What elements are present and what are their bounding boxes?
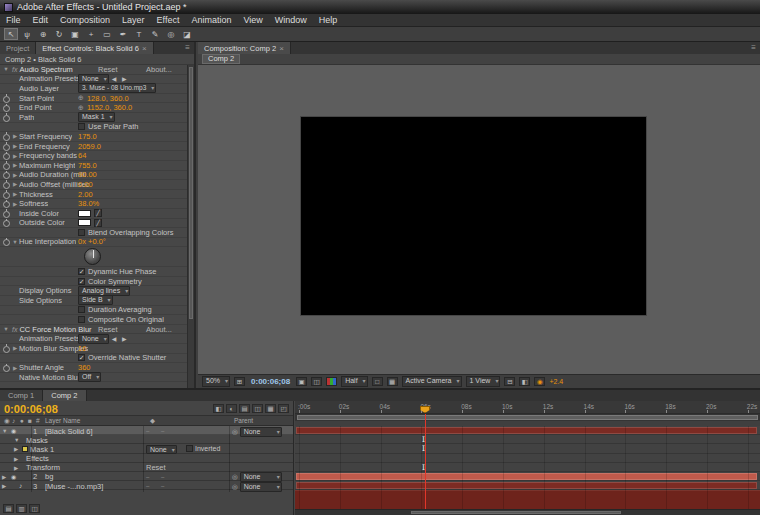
stopwatch-icon[interactable]	[2, 113, 11, 122]
stopwatch-icon[interactable]	[2, 199, 11, 208]
camera-select[interactable]: Active Camera	[402, 376, 462, 387]
animation-presets-select[interactable]: None	[78, 74, 109, 84]
clone-stamp-tool-icon[interactable]: ◎	[164, 28, 178, 40]
pickwhip-icon[interactable]: ◎	[232, 483, 238, 491]
menu-view[interactable]: View	[237, 15, 268, 25]
frame-blending-icon[interactable]: ▦	[265, 404, 276, 413]
audio-column-icon[interactable]: ♪	[12, 417, 15, 424]
stopwatch-icon[interactable]	[2, 344, 11, 353]
hide-shy-layers-icon[interactable]: ◫	[252, 404, 263, 413]
transparency-grid-icon[interactable]: ▦	[387, 377, 398, 386]
stopwatch-icon[interactable]	[2, 170, 11, 179]
hue-interpolation-value[interactable]: 0x +0.0°	[78, 237, 106, 246]
stopwatch-icon[interactable]	[2, 132, 11, 141]
composition-mini-flowchart-icon[interactable]: ◧	[213, 404, 224, 413]
crosshair-icon[interactable]: ⊕	[78, 104, 84, 112]
twirl-icon[interactable]: ▶	[11, 133, 19, 139]
layer-row[interactable]: ▼◉1[Black Solid 6]– –◎None	[0, 426, 293, 435]
twirl-icon[interactable]: ▶	[11, 201, 19, 207]
layer-duration-bar[interactable]	[296, 427, 757, 434]
tab-composition-comp-2[interactable]: Composition: Comp 2 ×	[198, 42, 291, 54]
layer-switches[interactable]: – –	[146, 483, 169, 489]
twirl-icon[interactable]: ▶	[11, 162, 19, 168]
frequency-bands-value[interactable]: 64	[78, 151, 86, 160]
timeline-lane[interactable]	[295, 481, 760, 490]
color-symmetry-checkbox[interactable]: ✓	[78, 278, 85, 285]
expand-toggle[interactable]: ▶	[2, 474, 6, 480]
pen-tool-icon[interactable]: ✒	[116, 28, 130, 40]
fast-previews-icon[interactable]: ◧	[519, 377, 530, 386]
reset-link[interactable]: Reset	[98, 65, 118, 74]
crosshair-icon[interactable]: ⊕	[78, 94, 84, 102]
region-of-interest-icon[interactable]: □	[372, 377, 383, 386]
scrollbar-thumb[interactable]	[411, 511, 620, 514]
twirl-icon[interactable]: ▶	[11, 345, 19, 351]
about-link[interactable]: About...	[146, 325, 172, 334]
stopwatch-icon[interactable]	[2, 103, 11, 112]
stopwatch-icon[interactable]	[2, 161, 11, 170]
parent-select[interactable]: None	[240, 482, 282, 492]
lock-column-icon[interactable]: ■	[28, 417, 32, 424]
work-area-bar[interactable]	[297, 415, 758, 420]
layer-duration-bar[interactable]	[296, 482, 757, 489]
property-outline-row[interactable]: ▶Mask 1NoneInverted	[0, 444, 293, 453]
tab-comp-1[interactable]: Comp 1	[0, 390, 43, 401]
layer-duration-bar[interactable]	[296, 473, 757, 480]
stopwatch-icon[interactable]	[2, 190, 11, 199]
expand-toggle[interactable]: ▼	[14, 437, 19, 443]
timeline-ruler[interactable]: :00s02s04s06s08s10s12s14s16s18s20s22s	[295, 401, 760, 414]
work-area-track[interactable]	[295, 414, 760, 421]
menu-layer[interactable]: Layer	[116, 15, 151, 25]
stopwatch-icon[interactable]	[2, 237, 11, 246]
timeline-lane[interactable]: I	[295, 444, 760, 453]
stopwatch-icon[interactable]	[2, 142, 11, 151]
menu-effect[interactable]: Effect	[151, 15, 186, 25]
mask-mode-select[interactable]: None	[146, 445, 177, 454]
audio-icon[interactable]: ♪	[19, 482, 22, 489]
close-icon[interactable]: ×	[279, 44, 284, 53]
stopwatch-icon[interactable]	[2, 363, 11, 372]
timeline-lane[interactable]: I	[295, 435, 760, 444]
timeline-lane[interactable]: I	[295, 463, 760, 472]
path-select[interactable]: Mask 1	[78, 112, 115, 122]
blend-overlapping-colors-checkbox[interactable]	[78, 229, 85, 236]
twirl-icon[interactable]: ▶	[11, 365, 19, 371]
shutter-angle-value[interactable]: 360	[78, 363, 91, 372]
expand-toggle[interactable]: ▶	[14, 446, 18, 452]
expand-toggle[interactable]: ▶	[2, 483, 6, 489]
rotate-tool-icon[interactable]: ↻	[52, 28, 66, 40]
duration-averaging-checkbox[interactable]	[78, 306, 85, 313]
show-snapshot-icon[interactable]: ◫	[311, 377, 322, 386]
live-update-icon[interactable]: ◐	[226, 404, 237, 413]
menu-help[interactable]: Help	[313, 15, 344, 25]
twirl-icon[interactable]: ▶	[11, 191, 19, 197]
visibility-icon[interactable]: ◉	[11, 473, 16, 480]
audio-duration-milli-value[interactable]: 90.00	[78, 170, 97, 179]
dynamic-hue-phase-checkbox[interactable]: ✓	[78, 268, 85, 275]
menu-edit[interactable]: Edit	[27, 15, 55, 25]
composition-viewport[interactable]	[301, 117, 646, 315]
twirl-icon[interactable]: ▼	[11, 239, 19, 245]
draft-3d-icon[interactable]: ▤	[239, 404, 250, 413]
timeline-lane[interactable]	[295, 426, 760, 435]
hue-dial[interactable]	[84, 248, 101, 265]
menu-window[interactable]: Window	[269, 15, 313, 25]
outside-color-swatch[interactable]	[78, 219, 91, 226]
snapshot-icon[interactable]: ▣	[296, 377, 307, 386]
stopwatch-icon[interactable]	[2, 180, 11, 189]
use-polar-path-checkbox[interactable]	[78, 123, 85, 130]
comp-2-button[interactable]: Comp 2	[202, 54, 240, 65]
start-point-value[interactable]: 128.0, 360.0	[87, 94, 129, 103]
side-options-select[interactable]: Side B	[78, 295, 113, 305]
video-column-icon[interactable]: ◉	[4, 417, 10, 425]
eraser-tool-icon[interactable]: ◪	[180, 28, 194, 40]
layer-switches[interactable]: – –	[146, 474, 169, 480]
expand-toggle[interactable]: ▶	[14, 456, 18, 462]
audio-offset-millisec-value[interactable]: 0.00	[78, 180, 93, 189]
horizontal-scrollbar[interactable]	[295, 509, 760, 515]
solo-column-icon[interactable]: ●	[20, 417, 24, 424]
audio-layer-select[interactable]: 3. Muse - 08 Uno.mp3	[78, 83, 156, 93]
twirl-icon[interactable]: ▶	[11, 181, 19, 187]
timeline-lane[interactable]	[295, 472, 760, 481]
about-link[interactable]: About...	[146, 65, 172, 74]
